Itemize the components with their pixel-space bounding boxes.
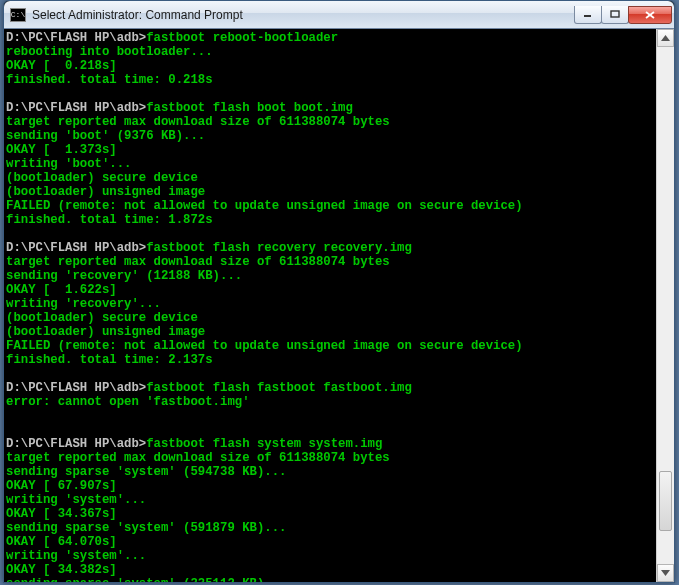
terminal-blank-line <box>6 367 656 381</box>
terminal-line: OKAY [ 0.218s] <box>6 59 656 73</box>
terminal-line: OKAY [ 1.622s] <box>6 283 656 297</box>
scroll-track[interactable] <box>657 47 674 564</box>
terminal-line: sending sparse 'system' (594738 KB)... <box>6 465 656 479</box>
terminal-line: rebooting into bootloader... <box>6 45 656 59</box>
terminal-blank-line <box>6 423 656 437</box>
vertical-scrollbar[interactable] <box>656 29 674 582</box>
scroll-thumb[interactable] <box>659 471 672 531</box>
terminal-line: D:\PC\FLASH HP\adb>fastboot flash boot b… <box>6 101 656 115</box>
close-icon <box>644 10 656 20</box>
terminal-line: sending 'boot' (9376 KB)... <box>6 129 656 143</box>
terminal-line: writing 'boot'... <box>6 157 656 171</box>
terminal-line: target reported max download size of 611… <box>6 255 656 269</box>
terminal-line: sending sparse 'system' (335112 KB)... <box>6 577 656 582</box>
chevron-down-icon <box>661 570 670 576</box>
terminal-line: D:\PC\FLASH HP\adb>fastboot flash system… <box>6 437 656 451</box>
terminal-output[interactable]: D:\PC\FLASH HP\adb>fastboot reboot-bootl… <box>4 29 656 582</box>
terminal-line: finished. total time: 1.872s <box>6 213 656 227</box>
maximize-icon <box>610 10 620 18</box>
terminal-line: target reported max download size of 611… <box>6 451 656 465</box>
svg-marker-5 <box>661 570 670 576</box>
terminal-line: target reported max download size of 611… <box>6 115 656 129</box>
terminal-line: writing 'system'... <box>6 549 656 563</box>
terminal-blank-line <box>6 409 656 423</box>
terminal-line: writing 'system'... <box>6 493 656 507</box>
scroll-down-button[interactable] <box>657 564 674 582</box>
window-buttons <box>575 6 672 24</box>
terminal-line: sending sparse 'system' (591879 KB)... <box>6 521 656 535</box>
terminal-line: finished. total time: 0.218s <box>6 73 656 87</box>
app-icon: C:\ <box>10 8 26 22</box>
terminal-line: D:\PC\FLASH HP\adb>fastboot reboot-bootl… <box>6 31 656 45</box>
svg-rect-1 <box>611 11 619 17</box>
terminal-line: OKAY [ 34.367s] <box>6 507 656 521</box>
terminal-line: (bootloader) secure device <box>6 311 656 325</box>
terminal-line: D:\PC\FLASH HP\adb>fastboot flash recove… <box>6 241 656 255</box>
terminal-line: OKAY [ 34.382s] <box>6 563 656 577</box>
terminal-line: FAILED (remote: not allowed to update un… <box>6 199 656 213</box>
chevron-up-icon <box>661 35 670 41</box>
terminal-line: sending 'recovery' (12188 KB)... <box>6 269 656 283</box>
minimize-icon <box>583 10 593 18</box>
terminal-line: OKAY [ 1.373s] <box>6 143 656 157</box>
minimize-button[interactable] <box>574 6 602 24</box>
svg-marker-4 <box>661 35 670 41</box>
terminal-line: OKAY [ 67.907s] <box>6 479 656 493</box>
terminal-line: (bootloader) secure device <box>6 171 656 185</box>
terminal-line: (bootloader) unsigned image <box>6 325 656 339</box>
svg-rect-0 <box>584 15 591 17</box>
close-button[interactable] <box>628 6 672 24</box>
scroll-up-button[interactable] <box>657 29 674 47</box>
terminal-line: D:\PC\FLASH HP\adb>fastboot flash fastbo… <box>6 381 656 395</box>
terminal-line: writing 'recovery'... <box>6 297 656 311</box>
client-area: D:\PC\FLASH HP\adb>fastboot reboot-bootl… <box>4 29 674 582</box>
terminal-blank-line <box>6 87 656 101</box>
window-title: Select Administrator: Command Prompt <box>32 8 575 22</box>
command-prompt-window: C:\ Select Administrator: Command Prompt… <box>3 0 675 583</box>
terminal-line: finished. total time: 2.137s <box>6 353 656 367</box>
terminal-line: FAILED (remote: not allowed to update un… <box>6 339 656 353</box>
terminal-blank-line <box>6 227 656 241</box>
terminal-line: (bootloader) unsigned image <box>6 185 656 199</box>
terminal-line: OKAY [ 64.070s] <box>6 535 656 549</box>
app-icon-label: C:\ <box>11 11 25 19</box>
titlebar[interactable]: C:\ Select Administrator: Command Prompt <box>4 1 674 29</box>
maximize-button[interactable] <box>601 6 629 24</box>
terminal-line: error: cannot open 'fastboot.img' <box>6 395 656 409</box>
